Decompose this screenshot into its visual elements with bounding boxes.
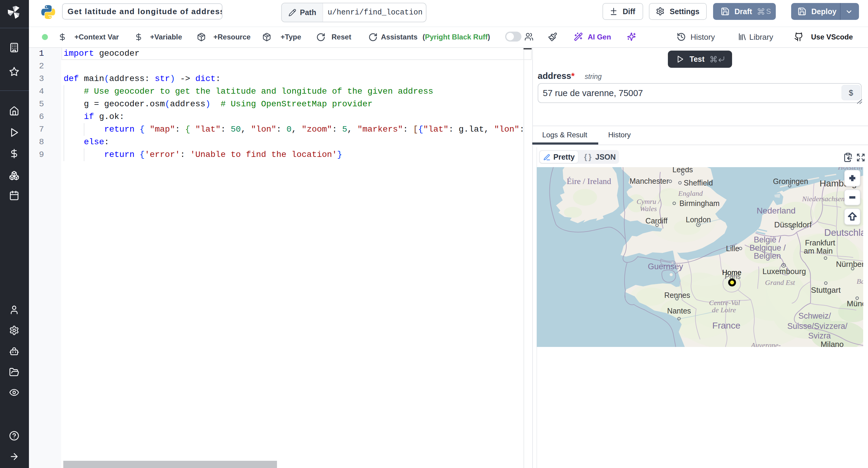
- svg-text:Luxembourg: Luxembourg: [763, 267, 806, 276]
- svg-text:Sheffield: Sheffield: [684, 178, 713, 187]
- svg-text:Manchester: Manchester: [629, 177, 669, 185]
- svg-text:München: München: [847, 299, 863, 308]
- svg-text:Guernsey: Guernsey: [648, 262, 683, 271]
- svg-text:Schweiz/: Schweiz/: [798, 311, 831, 321]
- svg-text:Birmingham: Birmingham: [679, 199, 719, 207]
- svg-text:Stuttgart: Stuttgart: [811, 286, 841, 295]
- svg-text:London: London: [686, 215, 711, 224]
- svg-text:België /: België /: [754, 235, 781, 244]
- svg-text:Cymru /: Cymru /: [637, 198, 661, 205]
- svg-text:Éire / Ireland: Éire / Ireland: [567, 176, 611, 186]
- svg-text:Niedersachsen: Niedersachsen: [802, 195, 844, 203]
- svg-text:Frankfurt: Frankfurt: [805, 238, 835, 247]
- svg-text:Wales: Wales: [640, 205, 657, 212]
- svg-text:Nantes: Nantes: [667, 307, 691, 315]
- svg-text:France: France: [712, 321, 740, 330]
- svg-text:Centre-Val: Centre-Val: [709, 299, 740, 307]
- svg-text:Nederland: Nederland: [756, 206, 795, 215]
- svg-text:Suisse/Svizzera/: Suisse/Svizzera/: [787, 322, 847, 331]
- svg-text:Deutschland: Deutschland: [824, 227, 863, 238]
- svg-text:Nürnberg: Nürnberg: [836, 260, 863, 269]
- svg-text:Bay: Bay: [857, 277, 863, 285]
- svg-text:Auvergne-: Auvergne-: [750, 341, 781, 347]
- svg-text:Belgique /: Belgique /: [749, 243, 786, 253]
- svg-text:England: England: [678, 190, 703, 197]
- svg-text:Svizra: Svizra: [808, 331, 831, 340]
- svg-text:am Main: am Main: [804, 247, 833, 255]
- svg-text:Cardiff: Cardiff: [645, 216, 667, 225]
- svg-text:Düsseldorf: Düsseldorf: [774, 220, 812, 229]
- svg-text:Grand Est: Grand Est: [765, 278, 795, 287]
- svg-text:Groningen: Groningen: [773, 177, 808, 186]
- svg-text:de Loire: de Loire: [712, 306, 736, 314]
- svg-text:Belgien: Belgien: [754, 252, 781, 261]
- svg-text:Rennes: Rennes: [664, 291, 690, 299]
- svg-text:Milano: Milano: [821, 340, 844, 347]
- svg-text:Lille: Lille: [726, 244, 739, 253]
- svg-text:Leeds: Leeds: [673, 167, 693, 174]
